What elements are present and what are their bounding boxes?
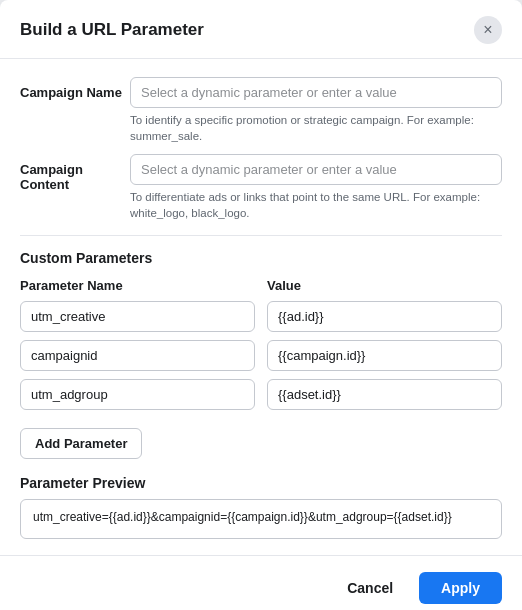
- build-url-parameter-modal: Build a URL Parameter × Campaign Name To…: [0, 0, 522, 610]
- close-button[interactable]: ×: [474, 16, 502, 44]
- custom-parameters-title: Custom Parameters: [20, 250, 502, 266]
- modal-footer: Cancel Apply: [0, 555, 522, 610]
- param-row: [20, 379, 502, 410]
- modal-title: Build a URL Parameter: [20, 20, 204, 40]
- param-name-input[interactable]: [20, 301, 255, 332]
- param-row: [20, 301, 502, 332]
- apply-button[interactable]: Apply: [419, 572, 502, 604]
- parameter-preview-section: Parameter Preview utm_creative={{ad.id}}…: [20, 475, 502, 539]
- parameter-preview-title: Parameter Preview: [20, 475, 502, 491]
- param-name-col-header: Parameter Name: [20, 278, 255, 293]
- param-rows-container: [20, 301, 502, 410]
- campaign-content-hint: To differentiate ads or links that point…: [130, 189, 502, 221]
- campaign-content-content: To differentiate ads or links that point…: [130, 154, 502, 221]
- add-parameter-button[interactable]: Add Parameter: [20, 428, 142, 459]
- campaign-name-label: Campaign Name: [20, 77, 130, 100]
- param-name-input[interactable]: [20, 340, 255, 371]
- modal-body: Campaign Name To identify a specific pro…: [0, 59, 522, 539]
- campaign-name-content: To identify a specific promotion or stra…: [130, 77, 502, 144]
- campaign-name-row: Campaign Name To identify a specific pro…: [20, 77, 502, 144]
- custom-parameters-section: Custom Parameters Parameter Name Value A…: [20, 250, 502, 459]
- campaign-name-input[interactable]: [130, 77, 502, 108]
- campaign-name-hint: To identify a specific promotion or stra…: [130, 112, 502, 144]
- param-value-input[interactable]: [267, 379, 502, 410]
- campaign-content-label: Campaign Content: [20, 154, 130, 192]
- param-name-input[interactable]: [20, 379, 255, 410]
- param-row: [20, 340, 502, 371]
- section-divider: [20, 235, 502, 236]
- param-header-row: Parameter Name Value: [20, 278, 502, 293]
- campaign-content-input[interactable]: [130, 154, 502, 185]
- campaign-content-row: Campaign Content To differentiate ads or…: [20, 154, 502, 221]
- param-value-input[interactable]: [267, 340, 502, 371]
- modal-header: Build a URL Parameter ×: [0, 0, 522, 59]
- cancel-button[interactable]: Cancel: [331, 572, 409, 604]
- param-value-col-header: Value: [267, 278, 502, 293]
- parameter-preview-box: utm_creative={{ad.id}}&campaignid={{camp…: [20, 499, 502, 539]
- param-value-input[interactable]: [267, 301, 502, 332]
